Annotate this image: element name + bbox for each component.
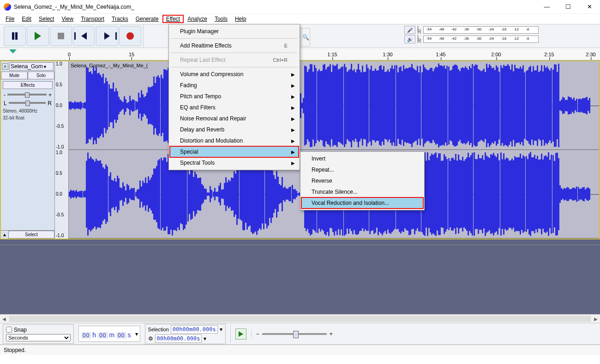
scroll-left-icon[interactable]: ◀ <box>0 316 8 322</box>
window-title: Selena_Gomez_-_My_Mind_Me_CeeNaija.com_ <box>14 4 536 10</box>
menu-item[interactable]: Plugin Manager <box>170 26 299 37</box>
timeline-ruler[interactable]: 0151:151:301:452:002:152:30 <box>0 48 600 60</box>
record-button[interactable] <box>119 26 141 46</box>
menu-effect[interactable]: Effect <box>162 15 184 23</box>
ruler-tick: 1:15 <box>327 52 337 57</box>
menu-view[interactable]: View <box>58 15 77 23</box>
ruler-tick: 1:45 <box>436 52 445 57</box>
submenu-item[interactable]: Reverse <box>301 175 423 186</box>
play-button[interactable] <box>27 26 49 46</box>
menu-item[interactable]: Noise Removal and Repair▶ <box>170 113 299 124</box>
submenu-item[interactable]: Vocal Reduction and Isolation... <box>301 197 423 209</box>
submenu-item[interactable]: Invert <box>301 153 423 164</box>
selection-start-field[interactable]: 00h00m00.000s <box>171 325 218 334</box>
play-at-speed-button[interactable] <box>235 328 246 340</box>
speed-minus: − <box>256 331 259 337</box>
menu-item[interactable]: Delay and Reverb▶ <box>170 124 299 135</box>
mute-button[interactable]: Mute <box>1 72 28 79</box>
snap-panel: Snap Seconds <box>3 324 74 344</box>
time-dropdown-icon[interactable]: ▾ <box>135 331 138 337</box>
track-select-button[interactable]: Select <box>8 231 54 239</box>
track-row: × Selena_Gom▼ Mute Solo Effects -+ LR St… <box>0 60 600 239</box>
menubar: File Edit Select View Transport Tracks G… <box>0 14 600 24</box>
meter-lr: LR <box>417 26 421 34</box>
playhead-icon[interactable] <box>9 49 18 58</box>
close-button[interactable]: ✕ <box>579 0 600 14</box>
time-display[interactable]: 00h00m00s ▾ <box>78 326 140 342</box>
menu-item[interactable]: Volume and Compression▶ <box>170 69 299 80</box>
record-meter-ruler: -54-48-42-36-30-24-18-12-6 <box>423 26 539 34</box>
ruler-tick: 1:30 <box>383 52 392 57</box>
record-meter[interactable]: 🎤 LR -54-48-42-36-30-24-18-12-6 <box>404 26 539 34</box>
selection-panel: Selection 00h00m00.000s▾ ⚙ 00h00m00.000s… <box>145 324 226 344</box>
track-name-dropdown[interactable]: Selena_Gom▼ <box>9 62 54 71</box>
play-meter[interactable]: 🔊 LR -54-48-42-36-30-24-18-12-6 <box>404 35 539 43</box>
menu-item[interactable]: Distortion and Modulation▶ <box>170 135 299 146</box>
collapse-icon[interactable]: ▲ <box>1 232 8 237</box>
ruler-tick: 2:00 <box>491 52 501 57</box>
ruler-tick: 0 <box>68 52 71 57</box>
meter-lr-2: LR <box>417 36 421 43</box>
effect-menu-dropdown: Plugin ManagerAdd Realtime EffectsERepea… <box>168 24 300 170</box>
solo-button[interactable]: Solo <box>28 72 54 79</box>
scroll-right-icon[interactable]: ▶ <box>592 316 600 322</box>
ruler-tick: 2:15 <box>544 52 554 57</box>
track-depth-label: 32-bit float <box>1 114 54 121</box>
pause-button[interactable] <box>4 26 26 46</box>
menu-analyze[interactable]: Analyze <box>184 15 211 23</box>
submenu-item[interactable]: Repeat... <box>301 164 423 175</box>
ruler-tick: 15 <box>129 52 134 57</box>
special-submenu: InvertRepeat...ReverseTruncate Silence..… <box>300 151 425 210</box>
toolbar: 🔍 ▾ Audio Setup Share Audio 🎤 LR -54-48-… <box>0 24 600 48</box>
menu-file[interactable]: File <box>2 15 18 23</box>
menu-help[interactable]: Help <box>231 15 250 23</box>
app-logo-icon <box>4 3 11 11</box>
submenu-item[interactable]: Truncate Silence... <box>301 186 423 197</box>
waveform-channel-left[interactable]: Selena_Gomez_-_My_Mind_Me_( <box>69 61 599 150</box>
snap-units-select[interactable]: Seconds <box>6 334 71 341</box>
pan-slider[interactable]: LR <box>4 100 52 107</box>
sel-end-dd[interactable]: ▾ <box>204 335 206 342</box>
skip-start-button[interactable] <box>73 26 95 46</box>
waveform-area[interactable]: Selena_Gomez_-_My_Mind_Me_( <box>69 61 599 239</box>
gear-icon[interactable]: ⚙ <box>148 335 153 342</box>
mic-icon: 🎤 <box>404 26 415 34</box>
menu-item[interactable]: Spectral Tools▶ <box>170 157 299 168</box>
sel-start-dd[interactable]: ▾ <box>220 326 222 333</box>
skip-end-button[interactable] <box>96 26 118 46</box>
menu-tools[interactable]: Tools <box>211 15 231 23</box>
minimize-button[interactable]: — <box>536 0 558 14</box>
menu-edit[interactable]: Edit <box>18 15 35 23</box>
menu-item[interactable]: Special▶ <box>170 146 299 157</box>
selection-end-field[interactable]: 00h00m00.000s <box>155 334 202 343</box>
play-meter-ruler: -54-48-42-36-30-24-18-12-6 <box>423 36 539 43</box>
menu-select[interactable]: Select <box>35 15 58 23</box>
maximize-button[interactable]: ☐ <box>558 0 579 14</box>
menu-item[interactable]: Pitch and Tempo▶ <box>170 91 299 102</box>
effects-button[interactable]: Effects <box>3 81 53 89</box>
ruler-tick: 2:30 <box>586 52 595 57</box>
titlebar: Selena_Gomez_-_My_Mind_Me_CeeNaija.com_ … <box>0 0 600 14</box>
menu-tracks[interactable]: Tracks <box>108 15 132 23</box>
scroll-thumb[interactable] <box>9 316 591 322</box>
zoom-icon[interactable]: 🔍 <box>301 28 310 47</box>
menu-item[interactable]: Add Realtime EffectsE <box>170 40 299 51</box>
track-format-label: Stereo, 48000Hz <box>1 107 54 114</box>
track-close-button[interactable]: × <box>2 63 8 70</box>
track-control-panel: × Selena_Gom▼ Mute Solo Effects -+ LR St… <box>1 61 55 239</box>
stop-button[interactable] <box>50 26 72 46</box>
snap-checkbox[interactable]: Snap <box>6 327 71 333</box>
menu-item[interactable]: Repeat Last EffectCtrl+R <box>170 54 299 66</box>
gain-slider[interactable]: -+ <box>4 92 52 98</box>
status-text: Stopped. <box>4 347 26 353</box>
vertical-scale: 1.00.50.0-0.5-1.01.00.50.0-0.5-1.0 <box>55 61 69 239</box>
selection-label: Selection <box>148 327 169 332</box>
menu-transport[interactable]: Transport <box>77 15 108 23</box>
menu-generate[interactable]: Generate <box>132 15 162 23</box>
menu-item[interactable]: EQ and Filters▶ <box>170 102 299 113</box>
speaker-small-icon: 🔊 <box>404 35 415 43</box>
menu-item[interactable]: Fading▶ <box>170 80 299 91</box>
